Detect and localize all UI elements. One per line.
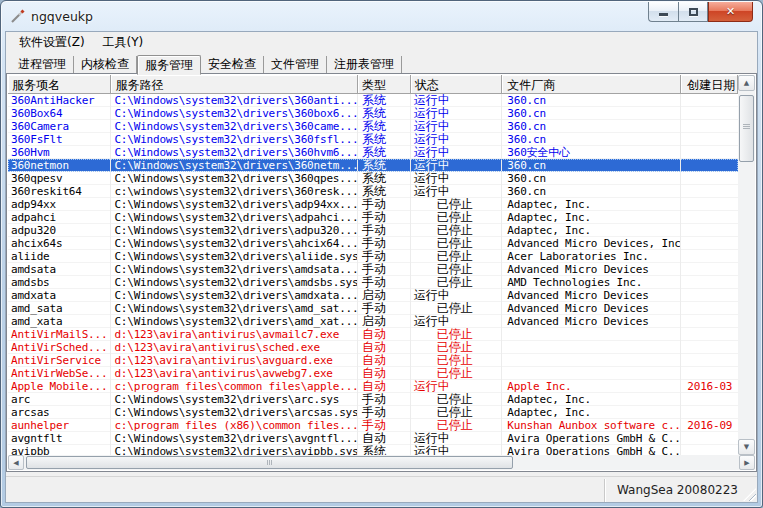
close-button[interactable]: ✕ [708, 2, 753, 22]
table-row[interactable]: AntiVirSched...d:\123\avira\antivirus\sc… [8, 341, 738, 354]
cell-date: 2016-09 [681, 419, 738, 432]
column-header[interactable]: 文件厂商 [502, 75, 681, 94]
table-row[interactable]: AntiVirServiced:\123\avira\antivirus\avg… [8, 354, 738, 367]
cell-type: 手动 [358, 250, 411, 263]
table-row[interactable]: 360Box64C:\Windows\system32\drivers\360b… [8, 107, 738, 120]
cell-path: C:\Windows\system32\drivers\adp94xx... [111, 198, 358, 211]
cell-status: 已停止 [411, 354, 503, 367]
tab-strip: 进程管理内核检查服务管理安全检查文件管理注册表管理 [6, 54, 757, 74]
scroll-right-icon[interactable]: ▶ [739, 455, 755, 470]
cell-path: C:\Windows\system32\drivers\360qpes... [111, 172, 358, 185]
table-row[interactable]: amdsataC:\Windows\system32\drivers\amdsa… [8, 263, 738, 276]
cell-path: C:\Windows\system32\drivers\amdxata... [111, 289, 358, 302]
table-row[interactable]: amd_xataC:\Windows\system32\drivers\amd_… [8, 315, 738, 328]
cell-name: aunhelper [8, 419, 111, 432]
horizontal-scrollbar[interactable]: ◀ ▶ [8, 455, 755, 470]
cell-status: 运行中 [411, 120, 503, 133]
table-row[interactable]: 360AntiHackerC:\Windows\system32\drivers… [8, 94, 738, 107]
table-row[interactable]: amdsbsC:\Windows\system32\drivers\amdsbs… [8, 276, 738, 289]
menu-item[interactable]: 软件设置(Z) [10, 32, 94, 53]
scroll-up-icon[interactable]: ▲ [738, 75, 755, 91]
table-row[interactable]: ahcix64sC:\Windows\system32\drivers\ahci… [8, 237, 738, 250]
table-row[interactable]: amdxataC:\Windows\system32\drivers\amdxa… [8, 289, 738, 302]
table-row[interactable]: arcC:\Windows\system32\drivers\arc.sys手动… [8, 393, 738, 406]
column-header[interactable]: 服务项名 [8, 75, 111, 94]
cell-name: AntiVirSched... [8, 341, 111, 354]
tab-服务管理[interactable]: 服务管理 [137, 55, 201, 75]
column-header[interactable]: 创建日期 [681, 75, 738, 94]
cell-vendor: Adaptec, Inc. [502, 211, 681, 224]
title-bar[interactable]: ngqveukp ✕ [1, 1, 762, 31]
cell-date [681, 367, 738, 380]
cell-type: 自动 [358, 380, 411, 393]
cell-vendor: Apple Inc. [502, 380, 681, 393]
vertical-scrollbar[interactable]: ▲ ▼ [738, 75, 755, 455]
table-row[interactable]: AntiVirWebSe...d:\123\avira\antivirus\av… [8, 367, 738, 380]
cell-name: 360Hvm [8, 146, 111, 159]
table-row[interactable]: aliideC:\Windows\system32\drivers\aliide… [8, 250, 738, 263]
cell-type: 系统 [358, 146, 411, 159]
column-header[interactable]: 类型 [358, 75, 411, 94]
table-row[interactable]: 360reskit64c:\windows\system32\drivers\3… [8, 185, 738, 198]
minimize-button[interactable] [648, 2, 678, 22]
cell-type: 系统 [358, 107, 411, 120]
table-row[interactable]: avgntfltC:\Windows\system32\drivers\avgn… [8, 432, 738, 445]
status-bar: WangSea 20080223 [6, 476, 757, 502]
table-area: 服务项名服务路径类型状态文件厂商创建日期 360AntiHackerC:\Win… [8, 75, 738, 455]
tab-安全检查[interactable]: 安全检查 [201, 56, 264, 73]
cell-type: 系统 [358, 172, 411, 185]
cell-date [681, 120, 738, 133]
minimize-icon [659, 13, 668, 16]
tab-注册表管理[interactable]: 注册表管理 [327, 56, 402, 73]
cell-type: 手动 [358, 211, 411, 224]
cell-status: 已停止 [411, 393, 503, 406]
table-row[interactable]: avipbbC:\Windows\system32\drivers\avipbb… [8, 445, 738, 455]
cell-status: 已停止 [411, 419, 503, 432]
cell-date [681, 289, 738, 302]
scroll-left-icon[interactable]: ◀ [8, 455, 24, 470]
table-row[interactable]: 360qpesvC:\Windows\system32\drivers\360q… [8, 172, 738, 185]
table-row[interactable]: aunhelperc:\program files (x86)\common f… [8, 419, 738, 432]
table-row[interactable]: Apple Mobile...c:\program files\common f… [8, 380, 738, 393]
cell-date [681, 146, 738, 159]
cell-name: 360AntiHacker [8, 94, 111, 107]
table-row[interactable]: adpu320C:\Windows\system32\drivers\adpu3… [8, 224, 738, 237]
horizontal-scroll-thumb[interactable] [26, 456, 513, 469]
table-row[interactable]: 360netmonC:\Windows\system32\drivers\360… [8, 159, 738, 172]
cell-status: 运行中 [411, 315, 503, 328]
cell-path: C:\Windows\system32\drivers\adpahci... [111, 211, 358, 224]
tab-文件管理[interactable]: 文件管理 [264, 56, 327, 73]
cell-name: amdsata [8, 263, 111, 276]
close-icon: ✕ [726, 5, 735, 18]
cell-status: 运行中 [411, 185, 503, 198]
menu-item[interactable]: 工具(Y) [94, 32, 153, 53]
tab-进程管理[interactable]: 进程管理 [11, 56, 74, 73]
scroll-down-icon[interactable]: ▼ [738, 439, 755, 455]
cell-path: c:\program files (x86)\common files... [111, 419, 358, 432]
cell-type: 手动 [358, 198, 411, 211]
table-header: 服务项名服务路径类型状态文件厂商创建日期 [8, 75, 738, 94]
table-row[interactable]: AntiVirMailS...d:\123\avira\antivirus\av… [8, 328, 738, 341]
cell-date [681, 172, 738, 185]
cell-name: Apple Mobile... [8, 380, 111, 393]
cell-status: 运行中 [411, 94, 503, 107]
cell-type: 系统 [358, 120, 411, 133]
cell-status: 运行中 [411, 380, 503, 393]
table-row[interactable]: arcsasC:\Windows\system32\drivers\arcsas… [8, 406, 738, 419]
table-row[interactable]: 360FsFltC:\Windows\system32\drivers\360f… [8, 133, 738, 146]
table-row[interactable]: adpahciC:\Windows\system32\drivers\adpah… [8, 211, 738, 224]
cell-type: 手动 [358, 302, 411, 315]
table-row[interactable]: 360HvmC:\Windows\system32\drivers\360hvm… [8, 146, 738, 159]
cell-path: c:\windows\system32\drivers\360resk... [111, 185, 358, 198]
cell-date [681, 341, 738, 354]
table-row[interactable]: 360CameraC:\Windows\system32\drivers\360… [8, 120, 738, 133]
table-row[interactable]: amd_sataC:\Windows\system32\drivers\amd_… [8, 302, 738, 315]
column-header[interactable]: 状态 [411, 75, 503, 94]
table-row[interactable]: adp94xxC:\Windows\system32\drivers\adp94… [8, 198, 738, 211]
vertical-scroll-thumb[interactable] [739, 95, 754, 162]
maximize-button[interactable] [678, 2, 708, 22]
tab-内核检查[interactable]: 内核检查 [74, 56, 137, 73]
cell-path: d:\123\avira\antivirus\avmailc7.exe [111, 328, 358, 341]
cell-name: amdxata [8, 289, 111, 302]
column-header[interactable]: 服务路径 [111, 75, 358, 94]
